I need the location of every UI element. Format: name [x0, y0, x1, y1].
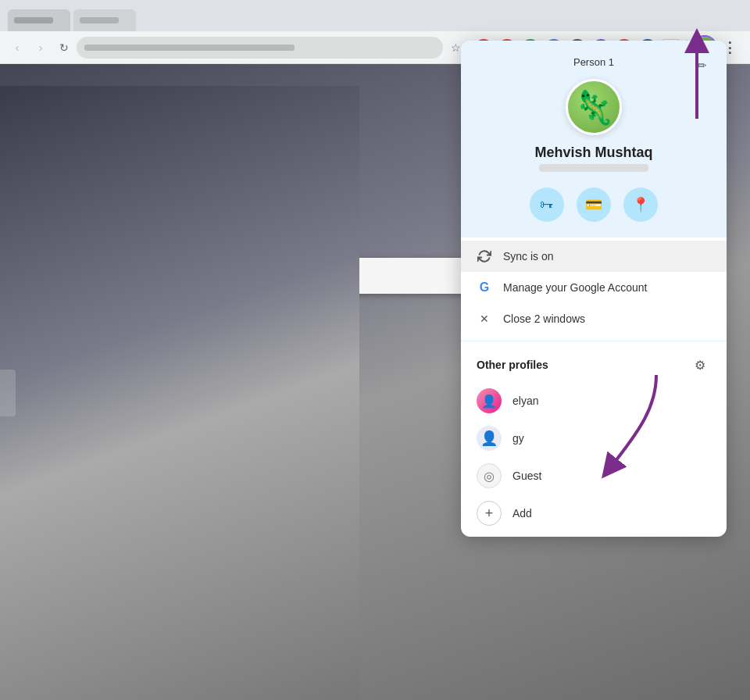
- guest-avatar: ◎: [477, 463, 502, 488]
- add-label: Add: [512, 507, 532, 520]
- scroll-indicator: [0, 370, 16, 416]
- popup-divider: [461, 341, 727, 341]
- profile-name: Mehvish Mushtaq: [534, 145, 652, 161]
- google-icon: G: [477, 280, 492, 295]
- sync-item[interactable]: Sync is on: [461, 241, 727, 272]
- profiles-settings-button[interactable]: ⚙: [689, 354, 711, 376]
- elyan-name: elyan: [512, 395, 538, 407]
- gear-icon: ⚙: [695, 358, 705, 373]
- forward-button[interactable]: ›: [30, 37, 52, 59]
- add-icon: +: [477, 501, 502, 526]
- popup-menu: Sync is on G Manage your Google Account …: [461, 238, 727, 338]
- left-background: [0, 86, 359, 700]
- card-icon: 💳: [585, 196, 602, 213]
- add-profile-item[interactable]: + Add: [461, 495, 727, 532]
- person-label: Person 1: [477, 56, 711, 68]
- back-button[interactable]: ‹: [6, 37, 28, 59]
- popup-header: Person 1 ✏ 🦎 Mehvish Mushtaq 🗝 💳 📍: [461, 41, 727, 238]
- manage-google-label: Manage your Google Account: [503, 281, 647, 294]
- other-profiles-title: Other profiles: [477, 359, 548, 371]
- edit-profile-button[interactable]: ✏: [689, 53, 714, 78]
- profile-email-blurred: [539, 164, 648, 172]
- close-windows-label: Close 2 windows: [503, 312, 585, 325]
- pencil-icon: ✏: [697, 59, 707, 73]
- gy-avatar: 👤: [477, 426, 502, 451]
- profile-guest[interactable]: ◎ Guest: [461, 457, 727, 495]
- gy-name: gy: [512, 432, 524, 445]
- profile-avatar: 🦎: [566, 79, 622, 135]
- sync-icon: [477, 248, 492, 264]
- reload-button[interactable]: ↻: [53, 37, 75, 59]
- pin-icon: 📍: [632, 196, 649, 213]
- location-button[interactable]: 📍: [623, 188, 658, 222]
- close-icon: ✕: [477, 311, 492, 327]
- sync-label: Sync is on: [503, 250, 554, 262]
- quick-actions: 🗝 💳 📍: [530, 188, 658, 222]
- profile-elyan[interactable]: 👤 elyan: [461, 382, 727, 420]
- guest-name: Guest: [512, 470, 541, 482]
- key-icon: 🗝: [540, 197, 554, 213]
- other-profiles-header: Other profiles ⚙: [461, 345, 727, 382]
- elyan-avatar: 👤: [477, 388, 502, 413]
- close-windows-item[interactable]: ✕ Close 2 windows: [461, 303, 727, 334]
- manage-google-account-item[interactable]: G Manage your Google Account: [461, 272, 727, 303]
- payments-button[interactable]: 💳: [577, 188, 611, 222]
- profile-gy[interactable]: 👤 gy: [461, 420, 727, 457]
- tab-bar: [0, 0, 750, 31]
- profile-popup: Person 1 ✏ 🦎 Mehvish Mushtaq 🗝 💳 📍: [461, 41, 727, 537]
- passwords-button[interactable]: 🗝: [530, 188, 564, 222]
